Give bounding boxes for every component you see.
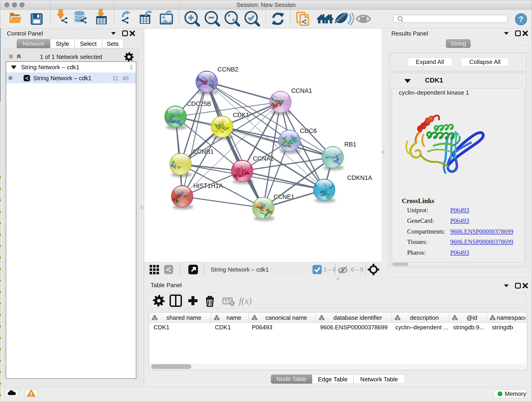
- svg-text:CCNB1: CCNB1: [193, 148, 214, 155]
- svg-text:HIST1H1A: HIST1H1A: [193, 182, 223, 189]
- svg-text:?: ?: [519, 15, 524, 23]
- svg-text:CDKN1A: CDKN1A: [347, 174, 372, 181]
- svg-text:CDC6: CDC6: [300, 128, 317, 134]
- svg-text:CCNE1: CCNE1: [273, 193, 295, 200]
- svg-text:RB1: RB1: [344, 141, 356, 148]
- svg-text:CDK1: CDK1: [233, 112, 249, 119]
- svg-text:CCNA2: CCNA2: [253, 155, 274, 162]
- svg-text:f(x): f(x): [239, 296, 252, 306]
- svg-text:CCNA1: CCNA1: [291, 87, 312, 94]
- svg-text:CDC25B: CDC25B: [187, 100, 211, 107]
- svg-text:CCNB2: CCNB2: [217, 66, 239, 73]
